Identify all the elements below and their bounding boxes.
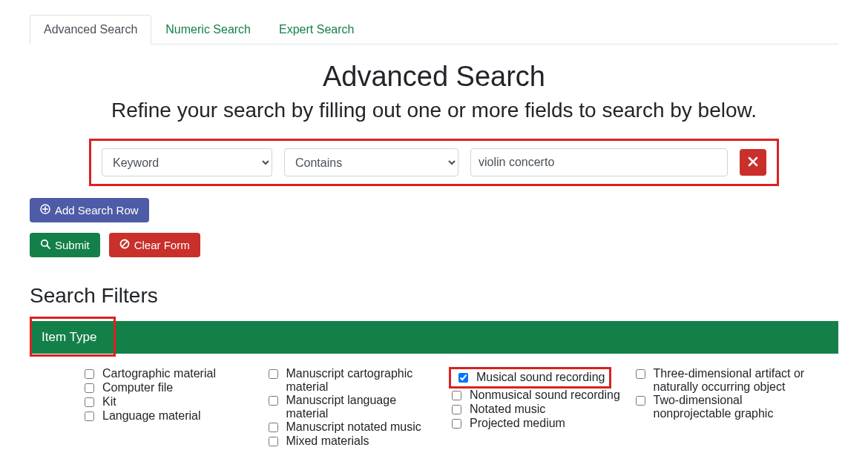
check-manuscript-cartographic-material[interactable]: Manuscript cartographic material xyxy=(266,367,442,394)
tab-expert-search[interactable]: Expert Search xyxy=(265,15,368,44)
checkbox[interactable] xyxy=(452,391,461,400)
check-nonmusical-sound-recording[interactable]: Nonmusical sound recording xyxy=(449,389,625,403)
clear-form-button[interactable]: Clear Form xyxy=(109,233,200,257)
page-title: Advanced Search xyxy=(30,61,838,93)
highlight-box: Musical sound recording xyxy=(449,367,611,389)
checkbox[interactable] xyxy=(269,369,278,379)
item-type-panel-header[interactable]: Item Type xyxy=(30,321,838,354)
ban-icon xyxy=(119,239,130,251)
search-operator-select[interactable]: Contains xyxy=(284,148,458,176)
close-icon xyxy=(748,156,758,169)
check-cartographic-material[interactable]: Cartographic material xyxy=(82,367,258,381)
search-filters-heading: Search Filters xyxy=(30,284,838,308)
tab-advanced-search[interactable]: Advanced Search xyxy=(30,15,151,44)
checkbox[interactable] xyxy=(85,369,94,379)
check-label: Cartographic material xyxy=(102,367,216,380)
check-label: Manuscript language material xyxy=(286,394,442,420)
check-label: Language material xyxy=(102,409,201,423)
check-manuscript-language-material[interactable]: Manuscript language material xyxy=(266,394,442,420)
search-term-input[interactable] xyxy=(470,148,728,176)
search-icon xyxy=(40,239,50,251)
submit-label: Submit xyxy=(55,239,90,251)
search-field-select[interactable]: Keyword xyxy=(102,148,272,176)
checkbox[interactable] xyxy=(85,383,94,393)
check-two-dimensional-nonprojectable-graphic[interactable]: Two-dimensional nonprojectable graphic xyxy=(633,394,809,420)
add-search-row-button[interactable]: Add Search Row xyxy=(30,198,149,222)
remove-row-button[interactable] xyxy=(740,149,766,176)
item-type-checkboxes: Cartographic material Computer file Kit … xyxy=(30,354,838,463)
checkbox[interactable] xyxy=(636,369,645,379)
check-label: Kit xyxy=(102,395,116,409)
check-manuscript-notated-music[interactable]: Manuscript notated music xyxy=(266,420,442,434)
checkbox[interactable] xyxy=(85,397,94,407)
check-label: Manuscript cartographic material xyxy=(286,367,442,394)
check-label: Computer file xyxy=(102,381,173,394)
checkbox[interactable] xyxy=(452,419,461,429)
check-label: Three-dimensional artifact or naturally … xyxy=(654,367,809,394)
checkbox[interactable] xyxy=(85,411,94,421)
checkbox[interactable] xyxy=(458,373,468,383)
page-subtitle: Refine your search by filling out one or… xyxy=(30,99,838,122)
submit-button[interactable]: Submit xyxy=(30,233,100,257)
check-label: Manuscript notated music xyxy=(286,420,421,434)
check-label: Mixed materials xyxy=(286,434,369,448)
checkbox[interactable] xyxy=(269,437,278,446)
check-language-material[interactable]: Language material xyxy=(82,409,258,423)
check-three-dimensional-artifact[interactable]: Three-dimensional artifact or naturally … xyxy=(633,367,809,394)
checkbox[interactable] xyxy=(269,396,278,406)
checkbox[interactable] xyxy=(636,396,645,406)
checkbox[interactable] xyxy=(269,423,278,432)
tab-numeric-search[interactable]: Numeric Search xyxy=(151,15,265,44)
add-row-label: Add Search Row xyxy=(55,204,139,216)
check-projected-medium[interactable]: Projected medium xyxy=(449,417,625,431)
search-row: Keyword Contains xyxy=(89,139,779,186)
check-mixed-materials[interactable]: Mixed materials xyxy=(266,434,442,449)
check-musical-sound-recording[interactable]: Musical sound recording xyxy=(456,371,605,385)
check-label: Musical sound recording xyxy=(476,371,605,384)
clear-label: Clear Form xyxy=(134,239,190,251)
check-notated-music[interactable]: Notated music xyxy=(449,403,625,417)
check-label: Notated music xyxy=(470,403,545,416)
check-label: Two-dimensional nonprojectable graphic xyxy=(654,394,809,420)
check-label: Nonmusical sound recording xyxy=(470,389,620,402)
check-computer-file[interactable]: Computer file xyxy=(82,381,258,395)
search-tabs: Advanced Search Numeric Search Expert Se… xyxy=(30,15,838,44)
check-label: Projected medium xyxy=(470,417,565,430)
check-kit[interactable]: Kit xyxy=(82,395,258,409)
checkbox[interactable] xyxy=(452,405,461,414)
plus-circle-icon xyxy=(40,204,50,216)
